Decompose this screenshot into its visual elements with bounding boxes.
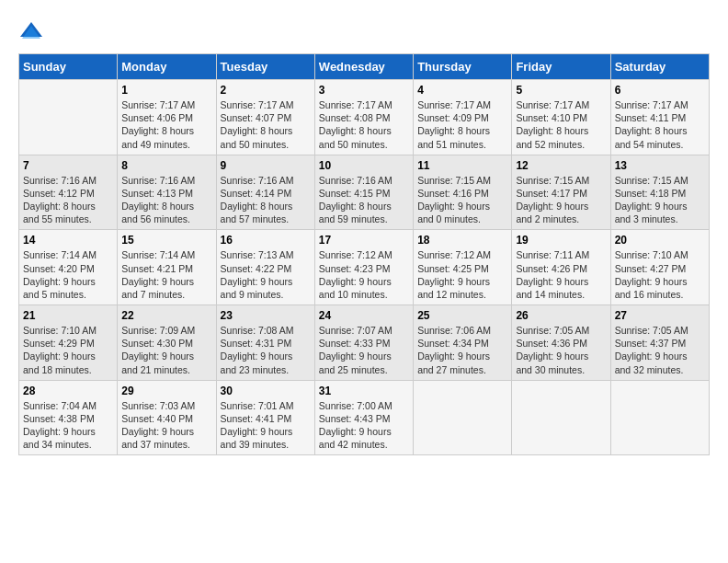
day-number: 25: [417, 309, 507, 322]
day-number: 2: [221, 84, 311, 97]
cell-info: Sunrise: 7:08 AMSunset: 4:31 PMDaylight:…: [221, 324, 311, 376]
calendar-cell: 17Sunrise: 7:12 AMSunset: 4:23 PMDayligh…: [314, 230, 413, 305]
cell-info: Sunrise: 7:17 AMSunset: 4:06 PMDaylight:…: [121, 98, 211, 151]
day-number: 28: [23, 385, 113, 397]
header-day-sunday: Sunday: [19, 54, 118, 80]
day-number: 17: [319, 234, 409, 247]
calendar-cell: 20Sunrise: 7:10 AMSunset: 4:27 PMDayligh…: [610, 230, 709, 305]
day-number: 6: [615, 84, 705, 97]
calendar-cell: 28Sunrise: 7:04 AMSunset: 4:38 PMDayligh…: [19, 380, 118, 455]
calendar-cell: 11Sunrise: 7:15 AMSunset: 4:16 PMDayligh…: [414, 155, 512, 230]
calendar-cell: 21Sunrise: 7:10 AMSunset: 4:29 PMDayligh…: [19, 305, 118, 381]
cell-info: Sunrise: 7:16 AMSunset: 4:13 PMDaylight:…: [121, 174, 211, 226]
day-number: 21: [23, 309, 113, 322]
calendar-cell: 31Sunrise: 7:00 AMSunset: 4:43 PMDayligh…: [314, 380, 413, 455]
calendar-table: SundayMondayTuesdayWednesdayThursdayFrid…: [18, 53, 710, 455]
calendar-cell: [414, 380, 512, 455]
calendar-week-2: 7Sunrise: 7:16 AMSunset: 4:12 PMDaylight…: [19, 155, 710, 230]
day-number: 10: [319, 159, 409, 172]
cell-info: Sunrise: 7:13 AMSunset: 4:22 PMDaylight:…: [221, 248, 311, 301]
calendar-cell: 3Sunrise: 7:17 AMSunset: 4:08 PMDaylight…: [314, 80, 413, 155]
day-number: 11: [417, 159, 507, 172]
day-number: 13: [615, 159, 705, 172]
calendar-cell: 15Sunrise: 7:14 AMSunset: 4:21 PMDayligh…: [118, 230, 216, 305]
calendar-cell: 26Sunrise: 7:05 AMSunset: 4:36 PMDayligh…: [512, 305, 610, 381]
calendar-cell: 16Sunrise: 7:13 AMSunset: 4:22 PMDayligh…: [216, 230, 314, 305]
cell-info: Sunrise: 7:12 AMSunset: 4:23 PMDaylight:…: [319, 248, 409, 301]
cell-info: Sunrise: 7:16 AMSunset: 4:12 PMDaylight:…: [23, 174, 113, 226]
cell-info: Sunrise: 7:15 AMSunset: 4:17 PMDaylight:…: [516, 174, 606, 226]
header-row: SundayMondayTuesdayWednesdayThursdayFrid…: [19, 54, 710, 80]
calendar-cell: 10Sunrise: 7:16 AMSunset: 4:15 PMDayligh…: [314, 155, 413, 230]
day-number: 15: [121, 234, 211, 247]
day-number: 30: [221, 385, 311, 397]
calendar-body: 1Sunrise: 7:17 AMSunset: 4:06 PMDaylight…: [19, 80, 710, 455]
header-day-saturday: Saturday: [610, 54, 709, 80]
day-number: 5: [516, 84, 606, 97]
calendar-cell: 19Sunrise: 7:11 AMSunset: 4:26 PMDayligh…: [512, 230, 610, 305]
calendar-cell: 13Sunrise: 7:15 AMSunset: 4:18 PMDayligh…: [610, 155, 709, 230]
day-number: 9: [221, 159, 311, 172]
day-number: 24: [319, 309, 409, 322]
calendar-cell: 7Sunrise: 7:16 AMSunset: 4:12 PMDaylight…: [19, 155, 118, 230]
calendar-cell: [19, 80, 118, 155]
day-number: 22: [121, 309, 211, 322]
cell-info: Sunrise: 7:17 AMSunset: 4:08 PMDaylight:…: [319, 98, 409, 151]
header-day-monday: Monday: [118, 54, 216, 80]
cell-info: Sunrise: 7:16 AMSunset: 4:15 PMDaylight:…: [319, 174, 409, 226]
day-number: 31: [319, 385, 409, 397]
calendar-cell: 14Sunrise: 7:14 AMSunset: 4:20 PMDayligh…: [19, 230, 118, 305]
cell-info: Sunrise: 7:12 AMSunset: 4:25 PMDaylight:…: [417, 248, 507, 301]
calendar-cell: 5Sunrise: 7:17 AMSunset: 4:10 PMDaylight…: [512, 80, 610, 155]
calendar-cell: 22Sunrise: 7:09 AMSunset: 4:30 PMDayligh…: [118, 305, 216, 381]
cell-info: Sunrise: 7:03 AMSunset: 4:40 PMDaylight:…: [121, 399, 211, 452]
day-number: 4: [417, 84, 507, 97]
cell-info: Sunrise: 7:09 AMSunset: 4:30 PMDaylight:…: [121, 324, 211, 376]
day-number: 1: [121, 84, 211, 97]
calendar-cell: [610, 380, 709, 455]
day-number: 19: [516, 234, 606, 247]
day-number: 18: [417, 234, 507, 247]
calendar-cell: 1Sunrise: 7:17 AMSunset: 4:06 PMDaylight…: [118, 80, 216, 155]
calendar-week-3: 14Sunrise: 7:14 AMSunset: 4:20 PMDayligh…: [19, 230, 710, 305]
cell-info: Sunrise: 7:06 AMSunset: 4:34 PMDaylight:…: [417, 324, 507, 376]
calendar-header: SundayMondayTuesdayWednesdayThursdayFrid…: [19, 54, 710, 80]
calendar-cell: 25Sunrise: 7:06 AMSunset: 4:34 PMDayligh…: [414, 305, 512, 381]
day-number: 7: [23, 159, 113, 172]
calendar-week-5: 28Sunrise: 7:04 AMSunset: 4:38 PMDayligh…: [19, 380, 710, 455]
cell-info: Sunrise: 7:05 AMSunset: 4:36 PMDaylight:…: [516, 324, 606, 376]
cell-info: Sunrise: 7:05 AMSunset: 4:37 PMDaylight:…: [615, 324, 705, 376]
cell-info: Sunrise: 7:17 AMSunset: 4:11 PMDaylight:…: [615, 98, 705, 151]
calendar-cell: 27Sunrise: 7:05 AMSunset: 4:37 PMDayligh…: [610, 305, 709, 381]
calendar-week-1: 1Sunrise: 7:17 AMSunset: 4:06 PMDaylight…: [19, 80, 710, 155]
day-number: 29: [121, 385, 211, 397]
day-number: 23: [221, 309, 311, 322]
cell-info: Sunrise: 7:15 AMSunset: 4:16 PMDaylight:…: [417, 174, 507, 226]
calendar-cell: 8Sunrise: 7:16 AMSunset: 4:13 PMDaylight…: [118, 155, 216, 230]
calendar-week-4: 21Sunrise: 7:10 AMSunset: 4:29 PMDayligh…: [19, 305, 710, 381]
cell-info: Sunrise: 7:15 AMSunset: 4:18 PMDaylight:…: [615, 174, 705, 226]
cell-info: Sunrise: 7:17 AMSunset: 4:07 PMDaylight:…: [221, 98, 311, 151]
cell-info: Sunrise: 7:01 AMSunset: 4:41 PMDaylight:…: [221, 399, 311, 452]
calendar-cell: [512, 380, 610, 455]
day-number: 16: [221, 234, 311, 247]
cell-info: Sunrise: 7:11 AMSunset: 4:26 PMDaylight:…: [516, 248, 606, 301]
day-number: 12: [516, 159, 606, 172]
calendar-cell: 23Sunrise: 7:08 AMSunset: 4:31 PMDayligh…: [216, 305, 314, 381]
cell-info: Sunrise: 7:16 AMSunset: 4:14 PMDaylight:…: [221, 174, 311, 226]
cell-info: Sunrise: 7:10 AMSunset: 4:27 PMDaylight:…: [615, 248, 705, 301]
calendar-cell: 18Sunrise: 7:12 AMSunset: 4:25 PMDayligh…: [414, 230, 512, 305]
header-day-wednesday: Wednesday: [314, 54, 413, 80]
cell-info: Sunrise: 7:17 AMSunset: 4:09 PMDaylight:…: [417, 98, 507, 151]
cell-info: Sunrise: 7:10 AMSunset: 4:29 PMDaylight:…: [23, 324, 113, 376]
day-number: 14: [23, 234, 113, 247]
cell-info: Sunrise: 7:00 AMSunset: 4:43 PMDaylight:…: [319, 399, 409, 452]
day-number: 20: [615, 234, 705, 247]
calendar-cell: 12Sunrise: 7:15 AMSunset: 4:17 PMDayligh…: [512, 155, 610, 230]
cell-info: Sunrise: 7:04 AMSunset: 4:38 PMDaylight:…: [23, 399, 113, 452]
calendar-cell: 6Sunrise: 7:17 AMSunset: 4:11 PMDaylight…: [610, 80, 709, 155]
cell-info: Sunrise: 7:14 AMSunset: 4:21 PMDaylight:…: [121, 248, 211, 301]
calendar-cell: 29Sunrise: 7:03 AMSunset: 4:40 PMDayligh…: [118, 380, 216, 455]
day-number: 26: [516, 309, 606, 322]
logo: [18, 18, 48, 44]
